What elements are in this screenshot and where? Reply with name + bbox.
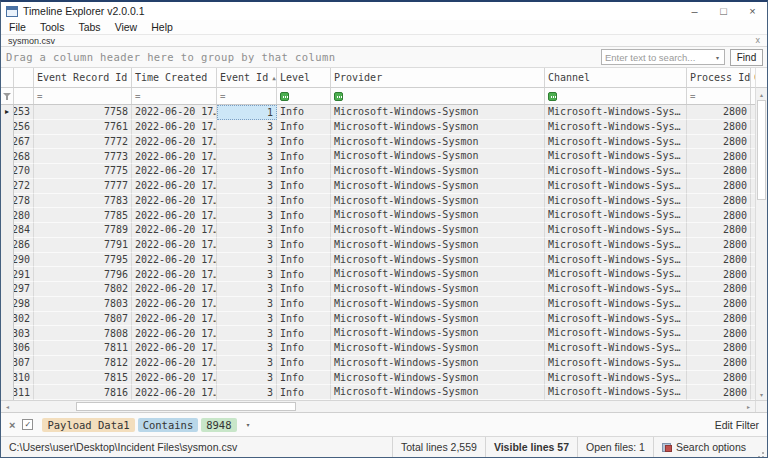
grid-cell-level[interactable]: Info xyxy=(277,341,331,356)
grid-cell-channel[interactable]: Microsoft-Windows-Sysmon… xyxy=(545,341,687,356)
grid-cell-channel[interactable]: Microsoft-Windows-Sysmon… xyxy=(545,149,687,164)
tab-sysmon-csv[interactable]: sysmon.csv xyxy=(8,36,55,46)
grid-cell-line[interactable]: 306 xyxy=(14,341,34,356)
grid-cell-event_id[interactable]: 3 xyxy=(217,238,277,253)
filter-value-pill[interactable]: 8948 xyxy=(201,418,236,432)
grid-cell-channel[interactable]: Microsoft-Windows-Sysmon… xyxy=(545,385,687,400)
grid-cell-event_id[interactable]: 3 xyxy=(217,223,277,238)
grid-cell-provider[interactable]: Microsoft-Windows-Sysmon xyxy=(331,385,545,400)
grid-cell-provider[interactable]: Microsoft-Windows-Sysmon xyxy=(331,105,545,120)
grid-cell-time_created[interactable]: 2022-06-20 17… xyxy=(132,149,217,164)
grid-cell-provider[interactable]: Microsoft-Windows-Sysmon xyxy=(331,341,545,356)
table-row[interactable]: 27077752022-06-20 17…3InfoMicrosoft-Wind… xyxy=(1,164,755,179)
grid-cell-time_created[interactable]: 2022-06-20 17… xyxy=(132,105,217,120)
grid-cell-level[interactable]: Info xyxy=(277,208,331,223)
grid-cell-time_created[interactable]: 2022-06-20 17… xyxy=(132,267,217,282)
grid-cell-event_record_id[interactable]: 7808 xyxy=(34,326,132,341)
grid-cell-provider[interactable]: Microsoft-Windows-Sysmon xyxy=(331,356,545,371)
filter-field-pill[interactable]: Payload Data1 xyxy=(42,418,134,432)
grid-cell-time_created[interactable]: 2022-06-20 17… xyxy=(132,253,217,268)
grid-cell-provider[interactable]: Microsoft-Windows-Sysmon xyxy=(331,371,545,386)
table-row[interactable]: 28077852022-06-20 17…3InfoMicrosoft-Wind… xyxy=(1,208,755,223)
grid-cell-level[interactable]: Info xyxy=(277,120,331,135)
grid-cell-process_id[interactable]: 2800 xyxy=(687,356,751,371)
text-filter-icon[interactable] xyxy=(548,92,557,101)
grid-cell-process_id[interactable]: 2800 xyxy=(687,385,751,400)
grid-cell-process_id[interactable]: 2800 xyxy=(687,253,751,268)
grid-cell-level[interactable]: Info xyxy=(277,253,331,268)
horizontal-scrollbar-thumb[interactable] xyxy=(76,402,296,411)
grid-cell-channel[interactable]: Microsoft-Windows-Sysmon… xyxy=(545,253,687,268)
grid-cell-provider[interactable]: Microsoft-Windows-Sysmon xyxy=(331,297,545,312)
filter-cell-event_record_id[interactable]: = xyxy=(34,88,132,104)
table-row[interactable]: 29077952022-06-20 17…3InfoMicrosoft-Wind… xyxy=(1,253,755,268)
menu-file[interactable]: File xyxy=(9,21,26,33)
grid-cell-time_created[interactable]: 2022-06-20 17… xyxy=(132,385,217,400)
grid-cell-level[interactable]: Info xyxy=(277,223,331,238)
table-row[interactable]: 27277772022-06-20 17…3InfoMicrosoft-Wind… xyxy=(1,179,755,194)
grid-cell-time_created[interactable]: 2022-06-20 17… xyxy=(132,312,217,327)
grid-cell-line[interactable]: 302 xyxy=(14,312,34,327)
grid-cell-time_created[interactable]: 2022-06-20 17… xyxy=(132,371,217,386)
grid-cell-provider[interactable]: Microsoft-Windows-Sysmon xyxy=(331,194,545,209)
grid-cell-level[interactable]: Info xyxy=(277,194,331,209)
grid-cell-process_id[interactable]: 2800 xyxy=(687,164,751,179)
horizontal-scrollbar[interactable]: ◂ ▸ xyxy=(1,400,767,412)
filter-cell-provider[interactable] xyxy=(331,88,545,104)
grid-cell-level[interactable]: Info xyxy=(277,297,331,312)
grid-cell-event_record_id[interactable]: 7777 xyxy=(34,179,132,194)
grid-cell-line[interactable]: 267 xyxy=(14,135,34,150)
grid-cell-level[interactable]: Info xyxy=(277,267,331,282)
table-row[interactable]: 28677912022-06-20 17…3InfoMicrosoft-Wind… xyxy=(1,238,755,253)
grid-cell-event_record_id[interactable]: 7795 xyxy=(34,253,132,268)
grid-cell-event_record_id[interactable]: 7807 xyxy=(34,312,132,327)
grid-cell-line[interactable]: 268 xyxy=(14,149,34,164)
grid-cell-channel[interactable]: Microsoft-Windows-Sysmon… xyxy=(545,326,687,341)
grid-cell-line[interactable]: 253 xyxy=(14,105,34,120)
grid-cell-line[interactable]: 291 xyxy=(14,267,34,282)
grid-cell-level[interactable]: Info xyxy=(277,179,331,194)
grid-cell-process_id[interactable]: 2800 xyxy=(687,267,751,282)
close-button[interactable]: × xyxy=(738,2,767,20)
filter-cell-line[interactable] xyxy=(14,88,34,104)
table-row[interactable]: 30278072022-06-20 17…3InfoMicrosoft-Wind… xyxy=(1,312,755,327)
grid-cell-line[interactable]: 303 xyxy=(14,326,34,341)
grid-cell-channel[interactable]: Microsoft-Windows-Sysmon… xyxy=(545,282,687,297)
grid-cell-event_id[interactable]: 3 xyxy=(217,135,277,150)
table-row[interactable]: 27877832022-06-20 17…3InfoMicrosoft-Wind… xyxy=(1,194,755,209)
grid-cell-event_record_id[interactable]: 7785 xyxy=(34,208,132,223)
table-row[interactable]: 30778122022-06-20 17…3InfoMicrosoft-Wind… xyxy=(1,356,755,371)
filter-close-icon[interactable]: × xyxy=(9,419,15,431)
grid-cell-process_id[interactable]: 2800 xyxy=(687,208,751,223)
grid-cell-channel[interactable]: Microsoft-Windows-Sysmon… xyxy=(545,371,687,386)
maximize-button[interactable]: □ xyxy=(709,2,738,20)
grid-cell-time_created[interactable]: 2022-06-20 17… xyxy=(132,341,217,356)
grid-cell-process_id[interactable]: 2800 xyxy=(687,341,751,356)
grid-cell-time_created[interactable]: 2022-06-20 17… xyxy=(132,208,217,223)
menu-tools[interactable]: Tools xyxy=(40,21,65,33)
grid-cell-level[interactable]: Info xyxy=(277,282,331,297)
table-row[interactable]: 29778022022-06-20 17…3InfoMicrosoft-Wind… xyxy=(1,282,755,297)
grid-cell-line[interactable]: 284 xyxy=(14,223,34,238)
find-button[interactable]: Find xyxy=(730,49,763,66)
column-header-level[interactable]: Level xyxy=(277,68,331,87)
table-row[interactable]: 30378082022-06-20 17…3InfoMicrosoft-Wind… xyxy=(1,326,755,341)
grid-cell-event_record_id[interactable]: 7816 xyxy=(34,385,132,400)
filter-cell-level[interactable] xyxy=(277,88,331,104)
table-row[interactable]: 25677612022-06-20 17…3InfoMicrosoft-Wind… xyxy=(1,120,755,135)
table-row[interactable]: ▸25377582022-06-20 17…1InfoMicrosoft-Win… xyxy=(1,105,755,120)
grid-cell-line[interactable]: 280 xyxy=(14,208,34,223)
grid-cell-event_record_id[interactable]: 7811 xyxy=(34,341,132,356)
grid-cell-provider[interactable]: Microsoft-Windows-Sysmon xyxy=(331,238,545,253)
grid-cell-channel[interactable]: Microsoft-Windows-Sysmon… xyxy=(545,120,687,135)
grid-cell-time_created[interactable]: 2022-06-20 17… xyxy=(132,194,217,209)
filter-cell-process_id[interactable]: = xyxy=(687,88,751,104)
filter-dropdown-icon[interactable]: ▾ xyxy=(247,421,250,428)
grid-cell-event_record_id[interactable]: 7791 xyxy=(34,238,132,253)
grid-cell-process_id[interactable]: 2800 xyxy=(687,223,751,238)
filter-operator-pill[interactable]: Contains xyxy=(138,418,199,432)
grid-cell-provider[interactable]: Microsoft-Windows-Sysmon xyxy=(331,179,545,194)
grid-cell-event_id[interactable]: 3 xyxy=(217,208,277,223)
edit-filter-button[interactable]: Edit Filter xyxy=(715,419,759,431)
column-header-event_id[interactable]: Event Id▲ xyxy=(217,68,277,87)
